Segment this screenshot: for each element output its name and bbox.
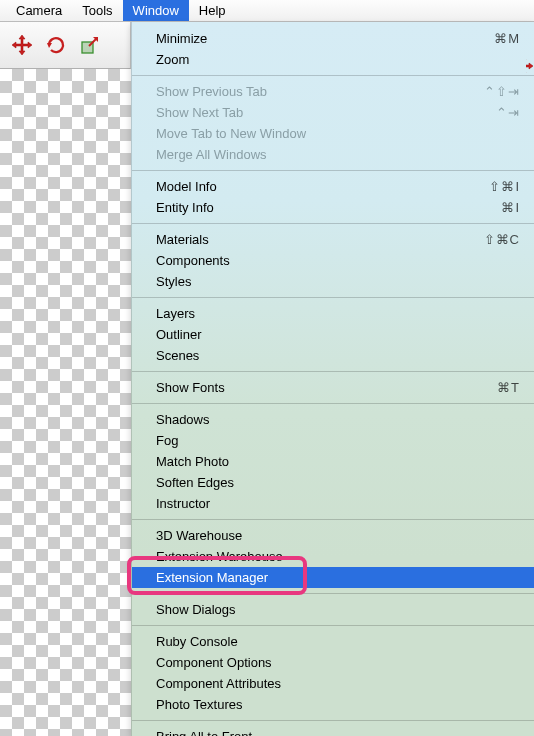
- menu-separator: [132, 75, 534, 76]
- menu-separator: [132, 625, 534, 626]
- menu-item-label: Instructor: [156, 496, 520, 511]
- menu-item-shortcut: ⌘M: [494, 31, 520, 46]
- menu-item-show-fonts[interactable]: Show Fonts⌘T: [132, 377, 534, 398]
- menu-item-fog[interactable]: Fog: [132, 430, 534, 451]
- menu-separator: [132, 519, 534, 520]
- menu-item-component-options[interactable]: Component Options: [132, 652, 534, 673]
- menubar-item-window[interactable]: Window: [123, 0, 189, 21]
- menu-item-photo-textures[interactable]: Photo Textures: [132, 694, 534, 715]
- menu-separator: [132, 170, 534, 171]
- menubar-item-camera[interactable]: Camera: [6, 0, 72, 21]
- menu-item-bring-all-to-front[interactable]: Bring All to Front: [132, 726, 534, 736]
- menu-item-label: Extension Warehouse: [156, 549, 520, 564]
- menu-item-shortcut: ⌘T: [497, 380, 520, 395]
- menu-item-label: Materials: [156, 232, 484, 247]
- menu-item-3d-warehouse[interactable]: 3D Warehouse: [132, 525, 534, 546]
- window-menu-dropdown: Minimize⌘MZoomShow Previous Tab⌃⇧⇥Show N…: [131, 22, 534, 736]
- menu-item-shortcut: ⇧⌘I: [489, 179, 520, 194]
- menu-item-merge-all-windows: Merge All Windows: [132, 144, 534, 165]
- menu-item-entity-info[interactable]: Entity Info⌘I: [132, 197, 534, 218]
- menu-item-label: Styles: [156, 274, 520, 289]
- menu-item-scenes[interactable]: Scenes: [132, 345, 534, 366]
- menu-item-label: Fog: [156, 433, 520, 448]
- menubar-item-tools[interactable]: Tools: [72, 0, 122, 21]
- menu-item-label: Scenes: [156, 348, 520, 363]
- menu-item-model-info[interactable]: Model Info⇧⌘I: [132, 176, 534, 197]
- menu-item-label: Outliner: [156, 327, 520, 342]
- menu-item-label: Ruby Console: [156, 634, 520, 649]
- menu-item-extension-manager[interactable]: Extension Manager: [132, 567, 534, 588]
- menu-item-match-photo[interactable]: Match Photo: [132, 451, 534, 472]
- menu-item-label: Component Options: [156, 655, 520, 670]
- menu-separator: [132, 593, 534, 594]
- menu-item-label: Shadows: [156, 412, 520, 427]
- menu-item-shortcut: ⇧⌘C: [484, 232, 520, 247]
- menu-item-styles[interactable]: Styles: [132, 271, 534, 292]
- menu-item-shadows[interactable]: Shadows: [132, 409, 534, 430]
- menu-item-show-next-tab: Show Next Tab⌃⇥: [132, 102, 534, 123]
- menu-separator: [132, 297, 534, 298]
- menu-item-soften-edges[interactable]: Soften Edges: [132, 472, 534, 493]
- menu-item-label: 3D Warehouse: [156, 528, 520, 543]
- menu-item-extension-warehouse[interactable]: Extension Warehouse: [132, 546, 534, 567]
- menu-item-label: Entity Info: [156, 200, 501, 215]
- menu-item-show-previous-tab: Show Previous Tab⌃⇧⇥: [132, 81, 534, 102]
- menu-item-label: Layers: [156, 306, 520, 321]
- menu-item-move-tab-to-new-window: Move Tab to New Window: [132, 123, 534, 144]
- menubar-item-help[interactable]: Help: [189, 0, 236, 21]
- toolbar: [0, 22, 131, 69]
- partial-tool-icon: [526, 55, 534, 83]
- menu-item-show-dialogs[interactable]: Show Dialogs: [132, 599, 534, 620]
- canvas[interactable]: [0, 69, 131, 736]
- menubar-label: Help: [199, 3, 226, 18]
- menu-item-shortcut: ⌘I: [501, 200, 520, 215]
- menu-item-minimize[interactable]: Minimize⌘M: [132, 28, 534, 49]
- menu-item-label: Merge All Windows: [156, 147, 520, 162]
- menu-item-label: Photo Textures: [156, 697, 520, 712]
- menu-item-ruby-console[interactable]: Ruby Console: [132, 631, 534, 652]
- menu-item-label: Model Info: [156, 179, 489, 194]
- menubar-label: Window: [133, 3, 179, 18]
- menu-item-layers[interactable]: Layers: [132, 303, 534, 324]
- menu-item-component-attributes[interactable]: Component Attributes: [132, 673, 534, 694]
- menu-item-zoom[interactable]: Zoom: [132, 49, 534, 70]
- menu-item-label: Bring All to Front: [156, 729, 520, 736]
- menu-separator: [132, 720, 534, 721]
- menu-item-label: Show Next Tab: [156, 105, 496, 120]
- menu-item-label: Match Photo: [156, 454, 520, 469]
- menu-item-label: Show Dialogs: [156, 602, 520, 617]
- menu-item-label: Move Tab to New Window: [156, 126, 520, 141]
- menu-separator: [132, 403, 534, 404]
- menu-item-label: Components: [156, 253, 520, 268]
- menubar: Camera Tools Window Help: [0, 0, 534, 22]
- menu-item-label: Minimize: [156, 31, 494, 46]
- menu-separator: [132, 371, 534, 372]
- rotate-icon[interactable]: [44, 33, 68, 57]
- menu-item-shortcut: ⌃⇧⇥: [484, 84, 520, 99]
- menu-item-materials[interactable]: Materials⇧⌘C: [132, 229, 534, 250]
- menu-separator: [132, 223, 534, 224]
- menu-item-outliner[interactable]: Outliner: [132, 324, 534, 345]
- menu-item-label: Show Previous Tab: [156, 84, 484, 99]
- menu-item-label: Zoom: [156, 52, 520, 67]
- menu-item-shortcut: ⌃⇥: [496, 105, 520, 120]
- menu-item-label: Soften Edges: [156, 475, 520, 490]
- menu-item-label: Component Attributes: [156, 676, 520, 691]
- menu-item-components[interactable]: Components: [132, 250, 534, 271]
- menu-item-label: Extension Manager: [156, 570, 520, 585]
- menubar-label: Tools: [82, 3, 112, 18]
- scale-icon[interactable]: [78, 33, 102, 57]
- move-icon[interactable]: [10, 33, 34, 57]
- menu-item-instructor[interactable]: Instructor: [132, 493, 534, 514]
- menu-item-label: Show Fonts: [156, 380, 497, 395]
- menubar-label: Camera: [16, 3, 62, 18]
